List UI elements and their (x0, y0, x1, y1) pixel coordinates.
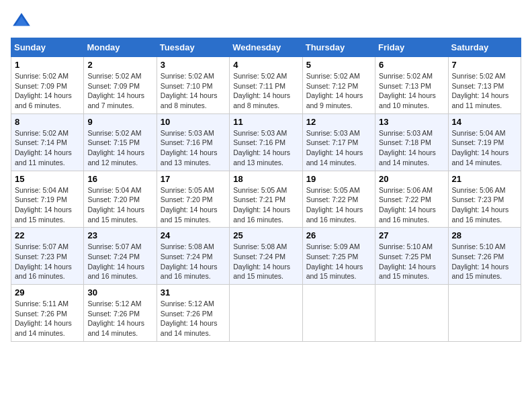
day-number: 12 (306, 117, 371, 127)
day-info: Sunrise: 5:07 AM Sunset: 7:23 PM Dayligh… (15, 242, 72, 280)
calendar-cell (375, 285, 448, 342)
day-number: 26 (306, 230, 371, 240)
calendar-cell: 31 Sunrise: 5:12 AM Sunset: 7:26 PM Dayl… (157, 285, 229, 342)
calendar-cell: 12 Sunrise: 5:03 AM Sunset: 7:17 PM Dayl… (302, 113, 375, 171)
day-number: 19 (306, 174, 371, 184)
day-number: 8 (15, 117, 80, 127)
col-header-thursday: Thursday (302, 38, 375, 57)
day-info: Sunrise: 5:02 AM Sunset: 7:12 PM Dayligh… (306, 72, 363, 109)
day-info: Sunrise: 5:02 AM Sunset: 7:09 PM Dayligh… (15, 72, 72, 109)
calendar-cell: 7 Sunrise: 5:02 AM Sunset: 7:13 PM Dayli… (448, 57, 521, 114)
calendar-cell (230, 285, 302, 342)
calendar-cell: 27 Sunrise: 5:10 AM Sunset: 7:25 PM Dayl… (375, 228, 448, 285)
day-info: Sunrise: 5:04 AM Sunset: 7:20 PM Dayligh… (87, 186, 144, 224)
calendar-cell (302, 285, 375, 342)
day-info: Sunrise: 5:03 AM Sunset: 7:16 PM Dayligh… (233, 129, 290, 167)
calendar-cell: 26 Sunrise: 5:09 AM Sunset: 7:25 PM Dayl… (302, 228, 375, 285)
day-number: 5 (306, 60, 371, 70)
calendar-cell: 11 Sunrise: 5:03 AM Sunset: 7:16 PM Dayl… (230, 113, 302, 171)
day-info: Sunrise: 5:08 AM Sunset: 7:24 PM Dayligh… (233, 242, 290, 280)
day-info: Sunrise: 5:11 AM Sunset: 7:26 PM Dayligh… (15, 300, 72, 337)
calendar-cell: 15 Sunrise: 5:04 AM Sunset: 7:19 PM Dayl… (11, 171, 84, 228)
col-header-tuesday: Tuesday (157, 38, 229, 57)
calendar-cell: 23 Sunrise: 5:07 AM Sunset: 7:24 PM Dayl… (84, 228, 157, 285)
day-info: Sunrise: 5:03 AM Sunset: 7:18 PM Dayligh… (379, 129, 436, 167)
calendar-cell: 2 Sunrise: 5:02 AM Sunset: 7:09 PM Dayli… (84, 57, 157, 114)
page-header (11, 11, 521, 32)
day-number: 20 (379, 174, 444, 184)
calendar-cell: 29 Sunrise: 5:11 AM Sunset: 7:26 PM Dayl… (11, 285, 84, 342)
col-header-monday: Monday (84, 38, 157, 57)
day-number: 6 (379, 60, 444, 70)
day-info: Sunrise: 5:02 AM Sunset: 7:09 PM Dayligh… (87, 72, 144, 109)
calendar-cell: 14 Sunrise: 5:04 AM Sunset: 7:19 PM Dayl… (448, 113, 521, 171)
day-number: 31 (161, 287, 226, 298)
calendar-cell: 6 Sunrise: 5:02 AM Sunset: 7:13 PM Dayli… (375, 57, 448, 114)
calendar-cell: 9 Sunrise: 5:02 AM Sunset: 7:15 PM Dayli… (84, 113, 157, 171)
day-number: 3 (161, 60, 226, 70)
day-info: Sunrise: 5:02 AM Sunset: 7:14 PM Dayligh… (15, 129, 72, 167)
calendar-cell: 28 Sunrise: 5:10 AM Sunset: 7:26 PM Dayl… (448, 228, 521, 285)
day-info: Sunrise: 5:02 AM Sunset: 7:15 PM Dayligh… (87, 129, 144, 167)
day-info: Sunrise: 5:05 AM Sunset: 7:20 PM Dayligh… (161, 186, 218, 224)
logo (11, 11, 35, 32)
day-number: 1 (15, 60, 80, 70)
day-number: 23 (87, 230, 152, 240)
day-number: 21 (452, 174, 517, 184)
calendar-cell: 1 Sunrise: 5:02 AM Sunset: 7:09 PM Dayli… (11, 57, 84, 114)
calendar-cell: 20 Sunrise: 5:06 AM Sunset: 7:22 PM Dayl… (375, 171, 448, 228)
day-info: Sunrise: 5:03 AM Sunset: 7:17 PM Dayligh… (306, 129, 363, 167)
calendar-cell: 13 Sunrise: 5:03 AM Sunset: 7:18 PM Dayl… (375, 113, 448, 171)
calendar-cell: 16 Sunrise: 5:04 AM Sunset: 7:20 PM Dayl… (84, 171, 157, 228)
day-number: 10 (161, 117, 226, 127)
calendar-cell: 22 Sunrise: 5:07 AM Sunset: 7:23 PM Dayl… (11, 228, 84, 285)
calendar-cell: 8 Sunrise: 5:02 AM Sunset: 7:14 PM Dayli… (11, 113, 84, 171)
day-info: Sunrise: 5:02 AM Sunset: 7:11 PM Dayligh… (233, 72, 290, 109)
calendar-cell: 18 Sunrise: 5:05 AM Sunset: 7:21 PM Dayl… (230, 171, 302, 228)
day-number: 30 (87, 287, 152, 298)
col-header-wednesday: Wednesday (230, 38, 302, 57)
col-header-saturday: Saturday (448, 38, 521, 57)
day-info: Sunrise: 5:10 AM Sunset: 7:26 PM Dayligh… (452, 242, 509, 280)
day-info: Sunrise: 5:12 AM Sunset: 7:26 PM Dayligh… (87, 300, 144, 337)
day-info: Sunrise: 5:06 AM Sunset: 7:23 PM Dayligh… (452, 186, 509, 224)
day-number: 28 (452, 230, 517, 240)
calendar-cell: 4 Sunrise: 5:02 AM Sunset: 7:11 PM Dayli… (230, 57, 302, 114)
day-info: Sunrise: 5:05 AM Sunset: 7:21 PM Dayligh… (233, 186, 290, 224)
day-info: Sunrise: 5:02 AM Sunset: 7:10 PM Dayligh… (161, 72, 218, 109)
day-info: Sunrise: 5:10 AM Sunset: 7:25 PM Dayligh… (379, 242, 436, 280)
calendar-cell: 30 Sunrise: 5:12 AM Sunset: 7:26 PM Dayl… (84, 285, 157, 342)
day-info: Sunrise: 5:02 AM Sunset: 7:13 PM Dayligh… (379, 72, 436, 109)
day-info: Sunrise: 5:04 AM Sunset: 7:19 PM Dayligh… (452, 129, 509, 167)
calendar-cell: 19 Sunrise: 5:05 AM Sunset: 7:22 PM Dayl… (302, 171, 375, 228)
day-number: 16 (87, 174, 152, 184)
calendar-cell: 21 Sunrise: 5:06 AM Sunset: 7:23 PM Dayl… (448, 171, 521, 228)
calendar-cell: 17 Sunrise: 5:05 AM Sunset: 7:20 PM Dayl… (157, 171, 229, 228)
day-info: Sunrise: 5:04 AM Sunset: 7:19 PM Dayligh… (15, 186, 72, 224)
day-number: 13 (379, 117, 444, 127)
day-number: 2 (87, 60, 152, 70)
day-number: 11 (233, 117, 298, 127)
col-header-sunday: Sunday (11, 38, 84, 57)
calendar-cell: 24 Sunrise: 5:08 AM Sunset: 7:24 PM Dayl… (157, 228, 229, 285)
day-number: 4 (233, 60, 298, 70)
logo-icon (11, 11, 32, 32)
calendar-cell: 3 Sunrise: 5:02 AM Sunset: 7:10 PM Dayli… (157, 57, 229, 114)
day-number: 15 (15, 174, 80, 184)
day-number: 9 (87, 117, 152, 127)
day-info: Sunrise: 5:12 AM Sunset: 7:26 PM Dayligh… (161, 300, 218, 337)
day-info: Sunrise: 5:09 AM Sunset: 7:25 PM Dayligh… (306, 242, 363, 280)
day-number: 25 (233, 230, 298, 240)
day-number: 7 (452, 60, 517, 70)
day-info: Sunrise: 5:03 AM Sunset: 7:16 PM Dayligh… (161, 129, 218, 167)
day-info: Sunrise: 5:06 AM Sunset: 7:22 PM Dayligh… (379, 186, 436, 224)
day-number: 24 (161, 230, 226, 240)
calendar-cell (448, 285, 521, 342)
calendar-cell: 10 Sunrise: 5:03 AM Sunset: 7:16 PM Dayl… (157, 113, 229, 171)
day-number: 27 (379, 230, 444, 240)
calendar-table: SundayMondayTuesdayWednesdayThursdayFrid… (11, 38, 521, 342)
col-header-friday: Friday (375, 38, 448, 57)
day-info: Sunrise: 5:08 AM Sunset: 7:24 PM Dayligh… (161, 242, 218, 280)
day-info: Sunrise: 5:02 AM Sunset: 7:13 PM Dayligh… (452, 72, 509, 109)
calendar-cell: 5 Sunrise: 5:02 AM Sunset: 7:12 PM Dayli… (302, 57, 375, 114)
